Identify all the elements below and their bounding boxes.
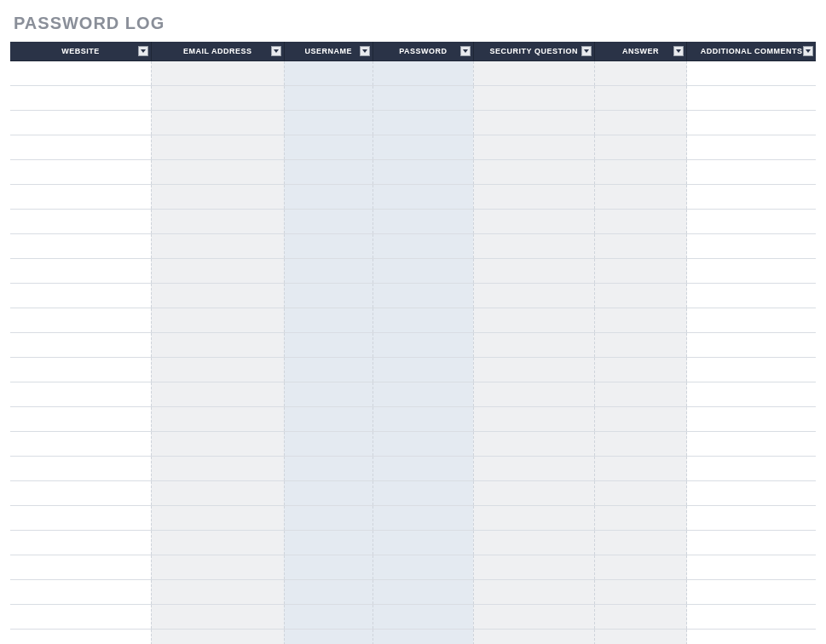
cell-answer[interactable] xyxy=(594,283,687,308)
cell-comments[interactable] xyxy=(687,629,816,644)
cell-username[interactable] xyxy=(284,233,373,258)
cell-security-question[interactable] xyxy=(473,233,594,258)
cell-answer[interactable] xyxy=(594,233,687,258)
cell-comments[interactable] xyxy=(687,233,816,258)
cell-username[interactable] xyxy=(284,406,373,431)
cell-password[interactable] xyxy=(373,382,473,406)
cell-username[interactable] xyxy=(284,456,373,480)
cell-answer[interactable] xyxy=(594,258,687,283)
cell-security-question[interactable] xyxy=(473,555,594,579)
cell-email[interactable] xyxy=(151,505,284,530)
cell-answer[interactable] xyxy=(594,530,687,555)
cell-answer[interactable] xyxy=(594,332,687,357)
cell-website[interactable] xyxy=(10,357,151,382)
cell-security-question[interactable] xyxy=(473,159,594,184)
cell-username[interactable] xyxy=(284,110,373,135)
filter-dropdown-icon[interactable] xyxy=(803,46,813,56)
cell-username[interactable] xyxy=(284,357,373,382)
cell-username[interactable] xyxy=(284,604,373,629)
cell-password[interactable] xyxy=(373,456,473,480)
cell-answer[interactable] xyxy=(594,604,687,629)
cell-password[interactable] xyxy=(373,283,473,308)
cell-comments[interactable] xyxy=(687,258,816,283)
cell-password[interactable] xyxy=(373,555,473,579)
cell-email[interactable] xyxy=(151,456,284,480)
cell-password[interactable] xyxy=(373,332,473,357)
cell-email[interactable] xyxy=(151,332,284,357)
cell-email[interactable] xyxy=(151,135,284,159)
filter-dropdown-icon[interactable] xyxy=(460,46,471,56)
cell-password[interactable] xyxy=(373,135,473,159)
cell-answer[interactable] xyxy=(594,480,687,505)
cell-username[interactable] xyxy=(284,283,373,308)
cell-answer[interactable] xyxy=(594,505,687,530)
cell-comments[interactable] xyxy=(687,456,816,480)
cell-username[interactable] xyxy=(284,184,373,209)
cell-username[interactable] xyxy=(284,431,373,456)
cell-security-question[interactable] xyxy=(473,308,594,332)
cell-password[interactable] xyxy=(373,233,473,258)
cell-username[interactable] xyxy=(284,382,373,406)
cell-email[interactable] xyxy=(151,480,284,505)
cell-email[interactable] xyxy=(151,579,284,604)
cell-answer[interactable] xyxy=(594,209,687,233)
filter-dropdown-icon[interactable] xyxy=(138,46,148,56)
cell-answer[interactable] xyxy=(594,431,687,456)
cell-answer[interactable] xyxy=(594,456,687,480)
cell-comments[interactable] xyxy=(687,308,816,332)
cell-comments[interactable] xyxy=(687,431,816,456)
cell-username[interactable] xyxy=(284,308,373,332)
cell-security-question[interactable] xyxy=(473,382,594,406)
cell-comments[interactable] xyxy=(687,406,816,431)
cell-password[interactable] xyxy=(373,431,473,456)
cell-security-question[interactable] xyxy=(473,258,594,283)
cell-website[interactable] xyxy=(10,110,151,135)
cell-password[interactable] xyxy=(373,85,473,110)
cell-website[interactable] xyxy=(10,456,151,480)
filter-dropdown-icon[interactable] xyxy=(271,46,281,56)
cell-website[interactable] xyxy=(10,629,151,644)
cell-security-question[interactable] xyxy=(473,480,594,505)
cell-username[interactable] xyxy=(284,629,373,644)
cell-email[interactable] xyxy=(151,530,284,555)
cell-email[interactable] xyxy=(151,555,284,579)
cell-website[interactable] xyxy=(10,308,151,332)
cell-email[interactable] xyxy=(151,159,284,184)
cell-website[interactable] xyxy=(10,209,151,233)
cell-username[interactable] xyxy=(284,579,373,604)
cell-comments[interactable] xyxy=(687,110,816,135)
cell-email[interactable] xyxy=(151,431,284,456)
cell-security-question[interactable] xyxy=(473,85,594,110)
cell-email[interactable] xyxy=(151,60,284,85)
cell-password[interactable] xyxy=(373,505,473,530)
cell-answer[interactable] xyxy=(594,357,687,382)
cell-email[interactable] xyxy=(151,110,284,135)
cell-username[interactable] xyxy=(284,258,373,283)
cell-website[interactable] xyxy=(10,135,151,159)
cell-password[interactable] xyxy=(373,159,473,184)
cell-email[interactable] xyxy=(151,209,284,233)
cell-website[interactable] xyxy=(10,258,151,283)
cell-security-question[interactable] xyxy=(473,184,594,209)
cell-answer[interactable] xyxy=(594,308,687,332)
cell-email[interactable] xyxy=(151,233,284,258)
cell-password[interactable] xyxy=(373,530,473,555)
cell-answer[interactable] xyxy=(594,60,687,85)
cell-website[interactable] xyxy=(10,530,151,555)
cell-security-question[interactable] xyxy=(473,604,594,629)
cell-password[interactable] xyxy=(373,184,473,209)
cell-security-question[interactable] xyxy=(473,629,594,644)
cell-answer[interactable] xyxy=(594,406,687,431)
cell-answer[interactable] xyxy=(594,629,687,644)
cell-comments[interactable] xyxy=(687,60,816,85)
cell-answer[interactable] xyxy=(594,382,687,406)
cell-username[interactable] xyxy=(284,530,373,555)
cell-username[interactable] xyxy=(284,332,373,357)
cell-security-question[interactable] xyxy=(473,209,594,233)
cell-security-question[interactable] xyxy=(473,505,594,530)
cell-website[interactable] xyxy=(10,233,151,258)
cell-email[interactable] xyxy=(151,604,284,629)
cell-password[interactable] xyxy=(373,60,473,85)
cell-comments[interactable] xyxy=(687,480,816,505)
filter-dropdown-icon[interactable] xyxy=(360,46,370,56)
